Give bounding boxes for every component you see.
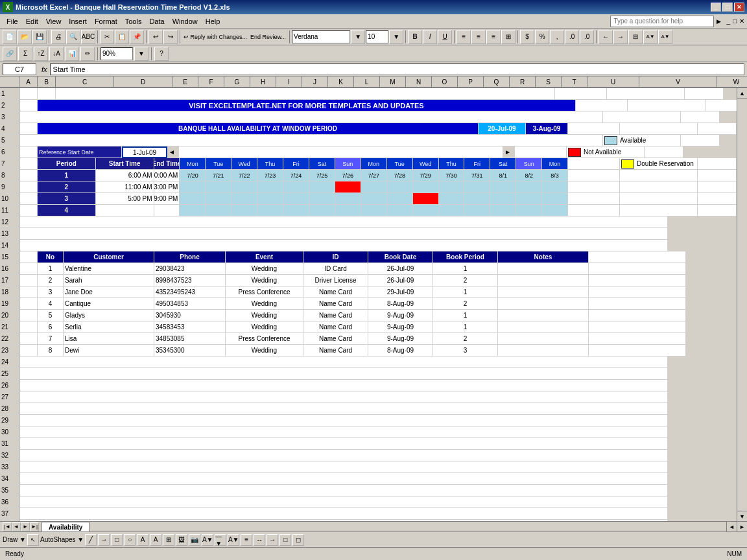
r19-id[interactable]: Name Card <box>303 298 368 310</box>
r18-bookperiod[interactable]: 1 <box>433 286 498 298</box>
rect-tool[interactable]: □ <box>111 534 123 546</box>
r22-bookdate[interactable]: 9-Aug-09 <box>368 333 433 345</box>
r20-customer[interactable]: Gladys <box>64 310 154 321</box>
r34-e[interactable] <box>19 473 668 485</box>
increase-decimal[interactable]: .0 <box>565 30 579 44</box>
r9-u[interactable] <box>568 181 620 193</box>
r19-notes[interactable] <box>498 298 589 310</box>
bold-button[interactable]: B <box>408 30 422 44</box>
r18-rest[interactable] <box>589 286 686 298</box>
r17-phone[interactable]: 8998437523 <box>154 275 226 286</box>
tab-nav-next[interactable]: ► <box>21 522 30 531</box>
print-button[interactable]: 🖨 <box>51 30 65 44</box>
r23-event[interactable]: Wedding <box>226 345 303 356</box>
comma-button[interactable]: , <box>550 30 564 44</box>
r1-a[interactable] <box>19 88 38 100</box>
vertical-scrollbar[interactable]: ▲ ▼ <box>737 88 747 521</box>
r21-phone[interactable]: 34583453 <box>154 321 226 333</box>
r23-phone[interactable]: 35345300 <box>154 345 226 356</box>
spell-button[interactable]: ABC <box>81 30 95 44</box>
r1-b[interactable] <box>38 88 56 100</box>
r2-a[interactable] <box>19 100 38 111</box>
r2-u[interactable] <box>576 100 628 111</box>
draw-button[interactable]: Draw ▼ <box>3 536 26 543</box>
maximize-button[interactable]: □ <box>722 3 733 12</box>
font-color[interactable]: A▼ <box>658 30 672 44</box>
r6-a[interactable] <box>19 146 38 158</box>
line-style[interactable]: ≡ <box>241 534 252 546</box>
wordart-tool[interactable]: A <box>150 534 161 546</box>
r17-notes[interactable] <box>498 275 589 286</box>
r27-e[interactable] <box>19 391 668 403</box>
percent-button[interactable]: % <box>535 30 549 44</box>
r20-id[interactable]: Name Card <box>303 310 368 321</box>
r9-w[interactable] <box>698 181 737 193</box>
r23-bookdate[interactable]: 8-Aug-09 <box>368 345 433 356</box>
h-scroll-track[interactable] <box>91 522 726 531</box>
r17-rest[interactable] <box>589 275 686 286</box>
r18-customer[interactable]: Jane Doe <box>64 286 154 298</box>
scroll-left-btn[interactable]: ◄ <box>726 522 737 531</box>
r16-customer[interactable]: Valentine <box>64 263 154 275</box>
r16-no[interactable]: 1 <box>38 263 64 275</box>
r16-id[interactable]: ID Card <box>303 263 368 275</box>
r20-rest[interactable] <box>589 310 686 321</box>
r19-phone[interactable]: 495034853 <box>154 298 226 310</box>
r10-w[interactable] <box>698 193 737 205</box>
fill-color2[interactable]: A▼ <box>202 534 213 546</box>
r21-bookperiod[interactable]: 1 <box>433 321 498 333</box>
r21-id[interactable]: Name Card <box>303 321 368 333</box>
r8-end1[interactable]: 10:00 AM <box>154 170 180 181</box>
shadow-style[interactable]: □ <box>279 534 291 546</box>
r9-end2[interactable]: 3:00 PM <box>154 181 180 193</box>
r10-u[interactable] <box>568 193 620 205</box>
col-header-r[interactable]: R <box>510 76 536 88</box>
size-dropdown[interactable]: ▼ <box>389 30 403 44</box>
preview-button[interactable]: 🔍 <box>66 30 80 44</box>
r17-a[interactable] <box>19 275 38 286</box>
cut-button[interactable]: ✂ <box>100 30 114 44</box>
picture-tool[interactable]: 📷 <box>189 534 200 546</box>
r7-w[interactable] <box>698 158 737 170</box>
insert-hyperlink[interactable]: 🔗 <box>3 47 17 61</box>
r15-rest[interactable] <box>589 251 686 263</box>
r4-w[interactable] <box>698 123 737 135</box>
r18-phone[interactable]: 43523495243 <box>154 286 226 298</box>
r8-u[interactable] <box>568 170 620 181</box>
col-header-f[interactable]: F <box>198 76 224 88</box>
3d-style[interactable]: ◻ <box>292 534 304 546</box>
col-header-l[interactable]: L <box>354 76 380 88</box>
r28-e[interactable] <box>19 403 668 415</box>
r36-e[interactable] <box>19 496 668 508</box>
r32-e[interactable] <box>19 450 668 461</box>
menu-file[interactable]: File <box>3 16 22 27</box>
col-header-v[interactable]: V <box>639 76 717 88</box>
tab-nav-first[interactable]: |◄ <box>3 522 12 531</box>
r19-event[interactable]: Wedding <box>226 298 303 310</box>
r19-bookdate[interactable]: 8-Aug-09 <box>368 298 433 310</box>
r17-bookperiod[interactable]: 2 <box>433 275 498 286</box>
close-excel[interactable]: ✕ <box>739 18 744 25</box>
col-header-g[interactable]: G <box>224 76 250 88</box>
r20-phone[interactable]: 3045930 <box>154 310 226 321</box>
r17-bookdate[interactable]: 26-Jul-09 <box>368 275 433 286</box>
fill-color[interactable]: A▼ <box>643 30 658 44</box>
col-header-h[interactable]: H <box>250 76 276 88</box>
undo-button[interactable]: ↩ <box>148 30 163 44</box>
col-header-s[interactable]: S <box>536 76 562 88</box>
r20-notes[interactable] <box>498 310 589 321</box>
col-header-w[interactable]: W <box>717 76 747 88</box>
r17-event[interactable]: Wedding <box>226 275 303 286</box>
decrease-indent[interactable]: ← <box>599 30 613 44</box>
r19-bookperiod[interactable]: 2 <box>433 298 498 310</box>
minimize-button[interactable]: _ <box>711 3 721 12</box>
r18-no[interactable]: 3 <box>38 286 64 298</box>
chart-wizard[interactable]: 📊 <box>65 47 79 61</box>
r14-merge[interactable] <box>19 240 668 251</box>
currency-button[interactable]: $ <box>520 30 534 44</box>
diagram-tool[interactable]: ⊞ <box>163 534 174 546</box>
line-color2[interactable]: —▼ <box>215 534 226 546</box>
r16-notes[interactable] <box>498 263 589 275</box>
r22-bookperiod[interactable]: 2 <box>433 333 498 345</box>
r23-notes[interactable] <box>498 345 589 356</box>
